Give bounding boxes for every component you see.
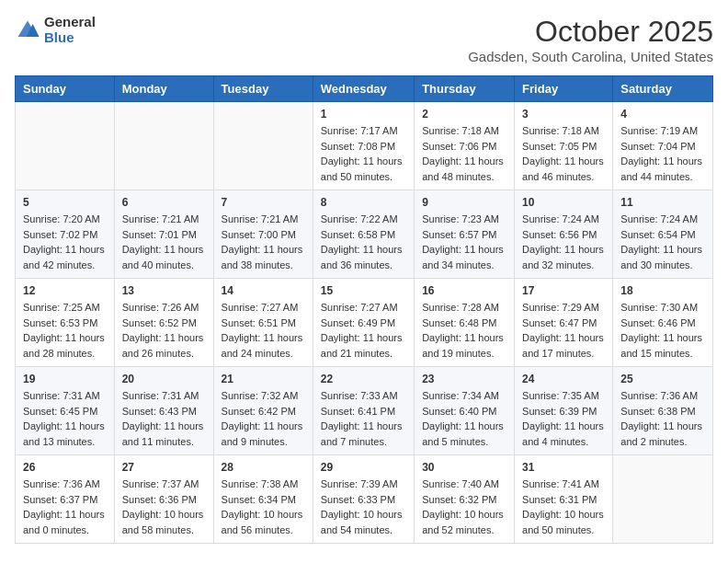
day-number: 9: [422, 196, 506, 209]
calendar-day-header: Tuesday: [213, 76, 313, 102]
day-info: Sunrise: 7:24 AM Sunset: 6:54 PM Dayligh…: [620, 212, 705, 272]
sunrise-text: Sunrise: 7:24 AM: [522, 213, 599, 224]
calendar-cell: 10 Sunrise: 7:24 AM Sunset: 6:56 PM Dayl…: [515, 190, 613, 279]
daylight-text: Daylight: 11 hours and 44 minutes.: [620, 155, 702, 182]
daylight-text: Daylight: 10 hours and 58 minutes.: [122, 509, 204, 535]
sunset-text: Sunset: 6:51 PM: [222, 317, 296, 328]
sunset-text: Sunset: 7:06 PM: [422, 141, 496, 152]
daylight-text: Daylight: 11 hours and 46 minutes.: [522, 155, 604, 182]
calendar-cell: 6 Sunrise: 7:21 AM Sunset: 7:01 PM Dayli…: [114, 190, 213, 279]
title-area: October 2025 Gadsden, South Carolina, Un…: [468, 15, 713, 64]
calendar-week-row: 26 Sunrise: 7:36 AM Sunset: 6:37 PM Dayl…: [16, 455, 713, 544]
day-info: Sunrise: 7:37 AM Sunset: 6:36 PM Dayligh…: [122, 477, 206, 537]
day-info: Sunrise: 7:34 AM Sunset: 6:40 PM Dayligh…: [422, 388, 506, 449]
sunset-text: Sunset: 6:45 PM: [23, 406, 97, 417]
day-info: Sunrise: 7:32 AM Sunset: 6:42 PM Dayligh…: [222, 388, 305, 449]
day-number: 31: [522, 461, 605, 474]
logo-text: General Blue: [44, 15, 96, 45]
day-info: Sunrise: 7:19 AM Sunset: 7:04 PM Dayligh…: [620, 123, 705, 184]
page-header: General Blue October 2025 Gadsden, South…: [15, 15, 713, 64]
calendar-cell: 15 Sunrise: 7:27 AM Sunset: 6:49 PM Dayl…: [313, 279, 414, 367]
sunrise-text: Sunrise: 7:39 AM: [321, 478, 398, 489]
daylight-text: Daylight: 10 hours and 50 minutes.: [522, 509, 604, 535]
sunset-text: Sunset: 6:32 PM: [422, 494, 496, 505]
sunset-text: Sunset: 6:42 PM: [222, 406, 296, 417]
sunrise-text: Sunrise: 7:31 AM: [122, 390, 199, 401]
day-number: 27: [122, 461, 206, 474]
sunset-text: Sunset: 6:47 PM: [522, 317, 597, 328]
calendar-cell: [114, 102, 213, 190]
sunset-text: Sunset: 7:02 PM: [23, 229, 97, 240]
calendar-cell: 7 Sunrise: 7:21 AM Sunset: 7:00 PM Dayli…: [213, 190, 313, 279]
calendar-cell: 29 Sunrise: 7:39 AM Sunset: 6:33 PM Dayl…: [313, 455, 414, 544]
day-info: Sunrise: 7:40 AM Sunset: 6:32 PM Dayligh…: [422, 477, 506, 537]
daylight-text: Daylight: 10 hours and 54 minutes.: [321, 509, 403, 535]
daylight-text: Daylight: 11 hours and 30 minutes.: [620, 244, 702, 270]
sunset-text: Sunset: 6:48 PM: [422, 317, 496, 328]
day-info: Sunrise: 7:25 AM Sunset: 6:53 PM Dayligh…: [23, 300, 107, 361]
calendar-cell: 5 Sunrise: 7:20 AM Sunset: 7:02 PM Dayli…: [16, 190, 115, 279]
calendar-cell: 14 Sunrise: 7:27 AM Sunset: 6:51 PM Dayl…: [213, 279, 313, 367]
day-number: 18: [620, 284, 705, 297]
sunrise-text: Sunrise: 7:35 AM: [522, 390, 599, 401]
calendar-cell: 1 Sunrise: 7:17 AM Sunset: 7:08 PM Dayli…: [313, 102, 414, 190]
day-number: 25: [620, 373, 705, 385]
day-info: Sunrise: 7:36 AM Sunset: 6:38 PM Dayligh…: [620, 388, 705, 449]
daylight-text: Daylight: 11 hours and 48 minutes.: [422, 155, 504, 182]
day-info: Sunrise: 7:22 AM Sunset: 6:58 PM Dayligh…: [321, 212, 406, 272]
sunrise-text: Sunrise: 7:27 AM: [222, 302, 299, 313]
sunrise-text: Sunrise: 7:17 AM: [321, 125, 398, 136]
daylight-text: Daylight: 11 hours and 4 minutes.: [522, 420, 604, 447]
sunrise-text: Sunrise: 7:19 AM: [620, 125, 698, 136]
sunrise-text: Sunrise: 7:24 AM: [620, 213, 698, 224]
day-number: 30: [422, 461, 506, 474]
sunset-text: Sunset: 6:34 PM: [222, 494, 296, 505]
calendar-cell: 11 Sunrise: 7:24 AM Sunset: 6:54 PM Dayl…: [613, 190, 713, 279]
sunrise-text: Sunrise: 7:21 AM: [222, 213, 299, 224]
sunrise-text: Sunrise: 7:41 AM: [522, 478, 599, 489]
day-number: 26: [23, 461, 107, 474]
day-number: 21: [222, 373, 305, 385]
day-info: Sunrise: 7:28 AM Sunset: 6:48 PM Dayligh…: [422, 300, 506, 361]
sunrise-text: Sunrise: 7:25 AM: [23, 302, 100, 313]
sunrise-text: Sunrise: 7:36 AM: [23, 478, 100, 489]
calendar-cell: 8 Sunrise: 7:22 AM Sunset: 6:58 PM Dayli…: [313, 190, 414, 279]
day-number: 3: [522, 108, 605, 121]
calendar-cell: 30 Sunrise: 7:40 AM Sunset: 6:32 PM Dayl…: [415, 455, 515, 544]
calendar-header-row: SundayMondayTuesdayWednesdayThursdayFrid…: [16, 76, 713, 102]
sunset-text: Sunset: 6:54 PM: [620, 229, 695, 240]
sunset-text: Sunset: 7:04 PM: [620, 141, 695, 152]
calendar-cell: 24 Sunrise: 7:35 AM Sunset: 6:39 PM Dayl…: [515, 367, 613, 455]
calendar-cell: [213, 102, 313, 190]
daylight-text: Daylight: 11 hours and 11 minutes.: [122, 420, 204, 447]
sunrise-text: Sunrise: 7:34 AM: [422, 390, 499, 401]
calendar-day-header: Friday: [515, 76, 613, 102]
day-info: Sunrise: 7:27 AM Sunset: 6:49 PM Dayligh…: [321, 300, 406, 361]
daylight-text: Daylight: 11 hours and 24 minutes.: [222, 332, 303, 359]
calendar-cell: 21 Sunrise: 7:32 AM Sunset: 6:42 PM Dayl…: [213, 367, 313, 455]
daylight-text: Daylight: 11 hours and 15 minutes.: [620, 332, 702, 359]
calendar-day-header: Monday: [114, 76, 213, 102]
logo-blue-text: Blue: [44, 30, 96, 46]
sunset-text: Sunset: 6:43 PM: [122, 406, 197, 417]
day-number: 1: [321, 108, 406, 121]
daylight-text: Daylight: 11 hours and 26 minutes.: [122, 332, 204, 359]
calendar-cell: [16, 102, 115, 190]
sunset-text: Sunset: 6:58 PM: [321, 229, 395, 240]
sunset-text: Sunset: 6:57 PM: [422, 229, 496, 240]
calendar-cell: 4 Sunrise: 7:19 AM Sunset: 7:04 PM Dayli…: [613, 102, 713, 190]
sunset-text: Sunset: 7:00 PM: [222, 229, 296, 240]
sunset-text: Sunset: 6:36 PM: [122, 494, 197, 505]
calendar-week-row: 12 Sunrise: 7:25 AM Sunset: 6:53 PM Dayl…: [16, 279, 713, 367]
sunrise-text: Sunrise: 7:20 AM: [23, 213, 100, 224]
calendar-day-header: Sunday: [16, 76, 115, 102]
daylight-text: Daylight: 11 hours and 9 minutes.: [222, 420, 303, 447]
day-info: Sunrise: 7:27 AM Sunset: 6:51 PM Dayligh…: [222, 300, 305, 361]
sunset-text: Sunset: 6:38 PM: [620, 406, 695, 417]
sunrise-text: Sunrise: 7:27 AM: [321, 302, 398, 313]
sunset-text: Sunset: 6:37 PM: [23, 494, 97, 505]
daylight-text: Daylight: 11 hours and 0 minutes.: [23, 509, 105, 535]
day-number: 24: [522, 373, 605, 385]
sunset-text: Sunset: 7:08 PM: [321, 141, 395, 152]
day-number: 6: [122, 196, 206, 209]
